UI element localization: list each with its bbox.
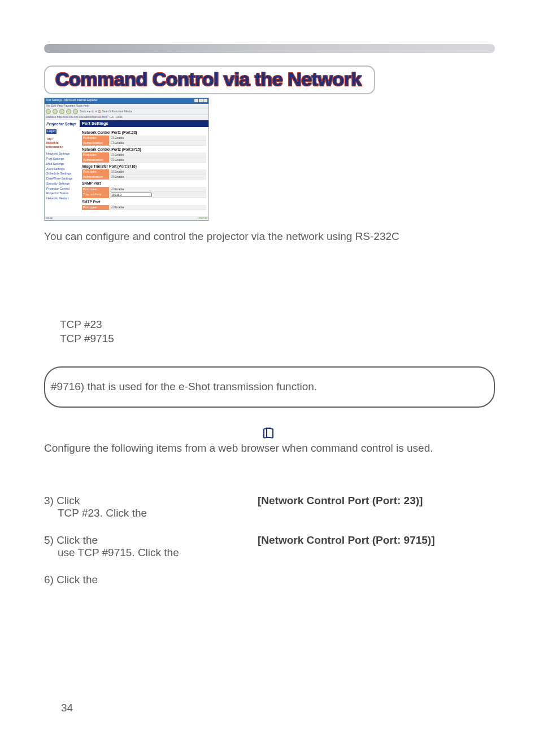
nav-item: Network Settings [46,151,78,156]
nav-item: Schedule Settings [46,171,78,176]
row-value: ☑ Enable [109,205,206,210]
row-label: Port open [82,169,109,174]
nav-item: Network Restart [46,196,78,201]
section-title: Network Control Port2 (Port:9715) [82,147,206,151]
go-label: Go [110,115,114,119]
browser-addressbar: Address http://xxx.xxx.xxx.xxx/admin/por… [45,115,208,120]
nav-item: Date/Time Settings [46,176,78,181]
window-buttons [194,99,207,103]
row-value: ☐ Enable [109,141,206,146]
nav-item: Projector Control [46,186,78,191]
stop-icon [59,109,64,114]
settings-row: Port open☑ Enable [82,136,206,141]
settings-row: Port open☑ Enable [82,205,206,210]
row-label: Authentication [82,174,109,180]
page-number: 34 [61,702,73,714]
row-label: Authentication [82,141,109,146]
panel-header: Port Settings [80,120,208,127]
row-label: Trap address [82,192,109,198]
section-heading-bubble: Command Control via the Network [44,65,375,94]
row-value: ☑ Enable [109,174,206,180]
back-icon [46,109,51,114]
embedded-browser-screenshot: Port Settings - Microsoft Internet Explo… [44,98,209,221]
settings-row: Authentication☑ Enable [82,158,206,163]
step-6-label: 6) Click the [44,574,98,585]
status-left: Done [46,217,53,220]
nav-links: Network SettingsPort SettingsMail Settin… [46,151,78,201]
steps: 3) Click [Network Control Port (Port: 23… [44,495,495,586]
browser-menubar: File Edit View Favorites Tools Help [45,104,208,108]
browser-toolbar: Back ▾ ▸ ⟳ ✕ 🏠 Search Favorites Media [45,108,208,115]
book-icon-holder [44,427,495,437]
callout-text: #9716) that is used for the e-Shot trans… [51,381,317,392]
step-5-tcp: use TCP #9715. Click the [44,547,258,559]
trap-address-input [111,193,152,197]
links-label: Links [116,115,123,119]
settings-row: Port open☑ Enable [82,152,206,158]
browser-content: Projector Setup Logoff Top: Network Info… [45,120,208,216]
row-label: Authentication [82,158,109,163]
settings-row: Port open☑ Enable [82,169,206,174]
section-title: Network Control Port1 (Port:23) [82,130,206,134]
refresh-icon [66,109,71,114]
left-nav-panel: Projector Setup Logoff Top: Network Info… [45,120,80,216]
address-value: http://xxx.xxx.xxx.xxx/admin/portset.htm… [57,115,107,119]
browser-statusbar: Done Internet [45,216,208,221]
row-value: ☑ Enable [109,169,206,174]
settings-row: Authentication☑ Enable [82,174,206,180]
row-value: ☑ Enable [109,136,206,141]
intro-paragraph: You can configure and control the projec… [44,230,495,244]
nav-network: Network [46,141,78,145]
settings-row: Authentication☐ Enable [82,141,206,146]
book-icon [263,428,273,436]
toolbar-text: Back ▾ ▸ ⟳ ✕ 🏠 Search Favorites Media [80,110,132,113]
settings-row: Port open☑ Enable [82,187,206,192]
section-title: SNMP Port [82,181,206,185]
status-right: Internet [198,217,207,220]
step-3-bold: [Network Control Port (Port: 23)] [258,495,495,507]
logoff-button: Logoff [46,129,56,134]
nav-top: Top: [46,137,78,141]
nav-item: Projector Status [46,191,78,196]
step-3-tcp: TCP #23. Click the [44,507,258,519]
configure-line: Configure the following items from a web… [44,442,495,456]
home-icon [73,109,78,114]
section-title: SMTP Port [82,200,206,204]
row-value: ☑ Enable [109,152,206,158]
right-settings-panel: Port Settings Network Control Port1 (Por… [80,120,208,216]
row-label: Port open [82,187,109,192]
forward-icon [53,109,58,114]
row-label: Port open [82,205,109,210]
address-label: Address [46,115,56,119]
port-line-2: TCP #9715 [60,331,495,346]
ports-block: TCP #23 TCP #9715 [60,317,495,346]
nav-item: Mail Settings [46,161,78,167]
note-callout: #9716) that is used for the e-Shot trans… [44,366,495,408]
nav-item: Port Settings [46,156,78,161]
row-label: Port open [82,136,109,141]
nav-item: Security Settings [46,181,78,186]
window-title: Port Settings - Microsoft Internet Explo… [46,99,98,103]
row-value [109,192,206,198]
step-3-label: 3) Click [44,495,80,506]
window-titlebar: Port Settings - Microsoft Internet Explo… [45,98,208,104]
row-value: ☑ Enable [109,158,206,163]
settings-row: Trap address [82,192,206,198]
nav-information: Information [46,145,78,149]
nav-item: Alert Settings [46,167,78,172]
row-value: ☑ Enable [109,187,206,192]
settings-sections: Network Control Port1 (Port:23)Port open… [80,127,208,212]
row-label: Port open [82,152,109,158]
step-5-label: 5) Click the [44,534,98,546]
step-5-bold: [Network Control Port (Port: 9715)] [258,534,495,547]
projector-setup-title: Projector Setup [46,122,78,126]
header-rule [44,44,495,53]
port-line-1: TCP #23 [60,317,495,332]
section-heading: Command Control via the Network [55,68,362,90]
section-title: Image Transfer Port (Port:9716) [82,164,206,168]
page: Command Control via the Network Port Set… [0,0,539,756]
